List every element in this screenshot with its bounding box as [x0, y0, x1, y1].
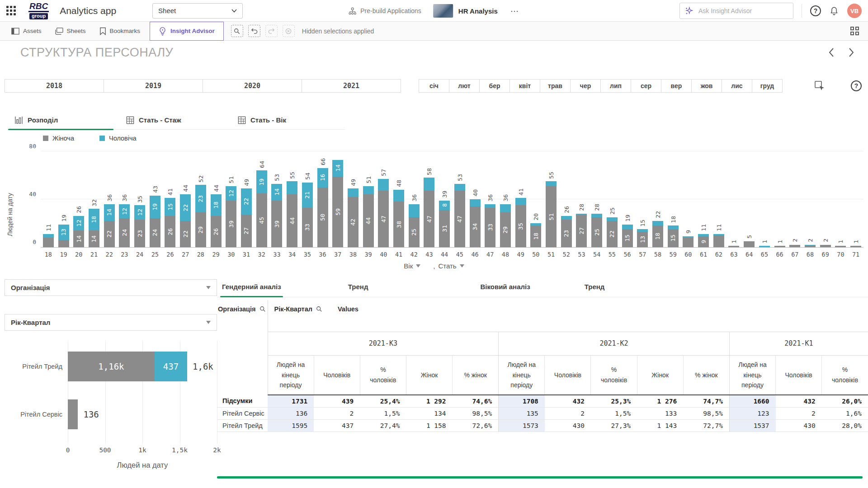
bar-age-25[interactable]: 24194325 [147, 151, 163, 247]
pivot-row-dim-header[interactable]: Організація [217, 300, 268, 395]
quarter-header-2021-K2[interactable]: 2021-K2 [499, 332, 730, 355]
row-label[interactable]: Підсумки [217, 395, 268, 407]
month-filter-1[interactable]: січ [419, 79, 449, 93]
bar-age-28[interactable]: 29235228 [193, 151, 208, 247]
month-filter-9[interactable]: вер [661, 79, 692, 93]
row-label[interactable]: Рітейл Трейд [217, 419, 268, 432]
insight-advisor-button[interactable]: Insight Advisor [150, 22, 224, 41]
tab-trend-1[interactable]: Тренд [346, 277, 370, 297]
bar-age-69[interactable]: 269 [818, 151, 833, 247]
quarter-header-2021-K3[interactable]: 2021-K3 [268, 332, 499, 355]
bar-age-36[interactable]: 50166636 [315, 151, 330, 247]
year-filter-2020[interactable]: 2020 [203, 79, 302, 93]
bar-age-70[interactable]: 170 [833, 151, 849, 247]
bar-age-54[interactable]: 252854 [589, 151, 604, 247]
bar-age-37[interactable]: 591437 [330, 151, 345, 247]
bar-age-62[interactable]: 1162 [711, 151, 726, 247]
dim-vik-label[interactable]: Вік [404, 262, 413, 270]
bar-age-68[interactable]: 268 [802, 151, 818, 247]
bar-age-40[interactable]: 475740 [376, 151, 391, 247]
search-icon[interactable] [259, 306, 266, 312]
male-segment[interactable]: 437 [155, 352, 187, 381]
bar-age-71[interactable]: 171 [848, 151, 863, 247]
search-input[interactable] [698, 7, 781, 15]
selections-tool-icon[interactable] [814, 80, 826, 92]
month-filter-8[interactable]: сер [631, 79, 661, 93]
tab-age-analysis[interactable]: Віковий аналіз [478, 277, 532, 297]
female-segment[interactable]: 1,16k [68, 352, 155, 381]
sheets-button[interactable]: Sheets [48, 22, 93, 40]
undo-button[interactable] [248, 25, 260, 37]
bar-age-39[interactable]: 445139 [361, 151, 376, 247]
dim-stat-label[interactable]: Стать [438, 262, 456, 270]
month-filter-10[interactable]: жов [691, 79, 722, 93]
org-listbox[interactable]: Організація [5, 279, 217, 296]
legend-male[interactable]: Чоловіча [99, 135, 137, 142]
bookmarks-button[interactable]: Bookmarks [93, 22, 147, 40]
row-label[interactable]: Рітейл Сервіс [217, 407, 268, 419]
next-sheet-button[interactable] [848, 47, 854, 57]
bar-age-20[interactable]: 14122620 [71, 151, 86, 247]
chevron-down-icon[interactable] [460, 264, 464, 267]
month-filter-7[interactable]: лип [600, 79, 631, 93]
clear-selections-button[interactable] [283, 25, 295, 37]
year-filter-2018[interactable]: 2018 [5, 79, 104, 93]
month-filter-4[interactable]: квіт [509, 79, 540, 93]
bar-age-38[interactable]: 424938 [345, 151, 361, 247]
bar-age-53[interactable]: 272853 [574, 151, 590, 247]
redo-button[interactable] [265, 25, 278, 37]
prev-sheet-button[interactable] [828, 47, 835, 57]
assets-button[interactable]: Assets [5, 22, 48, 40]
bar-age-42[interactable]: 253642 [406, 151, 422, 247]
prebuild-applications-link[interactable]: Pre-build Applications [348, 7, 421, 15]
bar-age-30[interactable]: 39125130 [223, 151, 239, 247]
sheet-selector[interactable]: Sheet [152, 3, 243, 19]
bar-age-43[interactable]: 475843 [422, 151, 437, 247]
tab-trend-2[interactable]: Тренд [583, 277, 607, 297]
month-filter-11[interactable]: лис [722, 79, 752, 93]
chevron-down-icon[interactable] [416, 264, 420, 267]
year-filter-2021[interactable]: 2021 [302, 79, 401, 93]
bar-age-64[interactable]: 564 [741, 151, 757, 247]
pivot-col-dim-header[interactable]: Рік-КварталValues [268, 300, 868, 332]
insight-advisor-search[interactable] [679, 3, 793, 19]
bar-age-55[interactable]: 222555 [604, 151, 620, 247]
bar-age-29[interactable]: 26184429 [208, 151, 224, 247]
help-button[interactable]: ? [810, 5, 821, 16]
tab-stat-staj[interactable]: Стать - Стаж [120, 111, 231, 129]
month-filter-5[interactable]: трав [540, 79, 571, 93]
month-filter-12[interactable]: груд [752, 79, 783, 93]
app-thumbnail[interactable] [433, 4, 453, 18]
bar-age-51[interactable]: 515551 [543, 151, 559, 247]
bar-age-63[interactable]: 163 [726, 151, 742, 247]
bar-age-26[interactable]: 26154126 [163, 151, 178, 247]
bar-age-49[interactable]: 354149 [513, 151, 528, 247]
bar-age-56[interactable]: 151956 [620, 151, 635, 247]
rik-kvartal-listbox[interactable]: Рік-Квартал [5, 314, 217, 331]
month-filter-3[interactable]: бер [479, 79, 510, 93]
bar-age-35[interactable]: 33215435 [300, 151, 315, 247]
bar-age-59[interactable]: 151859 [665, 151, 681, 247]
bar-age-46[interactable]: 344046 [467, 151, 483, 247]
female-segment[interactable] [68, 399, 78, 429]
bar-age-57[interactable]: 131557 [635, 151, 650, 247]
bar-age-44[interactable]: 3183944 [437, 151, 452, 247]
bar-age-18[interactable]: 1118 [41, 151, 56, 247]
year-filter-2019[interactable]: 2019 [104, 79, 203, 93]
bar-age-34[interactable]: 445534 [284, 151, 300, 247]
bar-age-60[interactable]: 960 [681, 151, 696, 247]
bar-age-50[interactable]: 182050 [528, 151, 544, 247]
bar-age-67[interactable]: 267 [787, 151, 802, 247]
bar-age-47[interactable]: 333647 [482, 151, 498, 247]
bar-age-65[interactable]: 165 [757, 151, 772, 247]
bar-age-41[interactable]: 384841 [391, 151, 406, 247]
month-filter-2[interactable]: лют [449, 79, 480, 93]
tab-rozpodil[interactable]: Розподіл [8, 111, 120, 129]
user-avatar[interactable]: VB [847, 4, 862, 18]
quarter-header-2021-K1[interactable]: 2021-K1 [729, 332, 868, 355]
bar-age-24[interactable]: 23123524 [132, 151, 147, 247]
bar-age-45[interactable]: 475345 [452, 151, 467, 247]
bar-age-32[interactable]: 45196432 [254, 151, 269, 247]
sheet-grid-icon[interactable] [850, 27, 859, 35]
bar-age-23[interactable]: 24123623 [117, 151, 132, 247]
